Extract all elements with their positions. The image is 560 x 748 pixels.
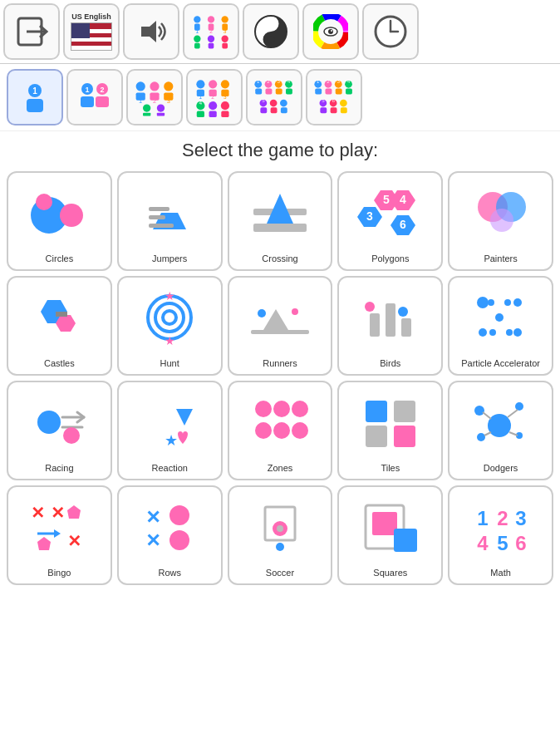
svg-text:2: 2 [153,97,156,105]
svg-point-157 [489,329,496,336]
svg-rect-97 [346,89,352,95]
flag-icon [71,22,112,51]
game-squares[interactable]: Squares [337,485,443,585]
svg-rect-13 [194,43,200,49]
svg-marker-189 [54,529,61,538]
player-count-3[interactable]: 1 2 3 [126,69,183,125]
game-reaction[interactable]: ★ Reaction [117,381,223,480]
svg-rect-80 [260,107,267,113]
clock-button[interactable] [362,3,419,60]
game-particle-accelerator[interactable]: Particle Accelerator [448,276,553,376]
svg-rect-68 [209,111,217,117]
svg-point-136 [155,303,184,332]
svg-rect-74 [266,89,273,95]
svg-marker-2 [141,21,156,42]
svg-text:1: 1 [85,86,89,94]
game-tiles[interactable]: Tiles [337,381,443,480]
svg-point-151 [495,313,504,322]
player-count-1[interactable]: 1 [7,69,63,125]
svg-point-177 [474,406,484,416]
colorwheel-button[interactable] [302,3,359,60]
svg-text:2: 2 [100,86,104,94]
svg-rect-84 [281,107,287,113]
player-count-6[interactable]: 1 2 3 4 5 6 [306,69,362,125]
svg-text:5: 5 [322,97,325,103]
svg-rect-114 [149,207,169,211]
svg-text:★: ★ [165,432,178,449]
sound-button[interactable] [123,3,179,60]
svg-text:1: 1 [195,28,199,34]
svg-text:5: 5 [383,193,390,206]
game-bingo[interactable]: ✕ ✕ ✕ Bingo [7,485,112,585]
svg-marker-187 [67,505,81,519]
svg-rect-201 [372,512,397,535]
svg-rect-146 [401,318,411,337]
game-runners[interactable]: Runners [228,276,333,376]
svg-text:2: 2 [327,78,330,84]
game-hunt[interactable]: ★ ★ Hunt [117,276,223,376]
svg-point-20 [268,36,275,43]
player-count-5[interactable]: 1 2 3 4 5 [246,69,302,125]
svg-rect-76 [276,89,282,95]
game-circles[interactable]: Circles [7,171,112,271]
svg-text:✕: ✕ [31,504,45,522]
svg-text:2: 2 [209,28,213,34]
svg-point-42 [136,81,145,91]
svg-rect-82 [271,107,278,113]
svg-point-48 [164,81,173,91]
svg-point-179 [477,433,485,441]
svg-rect-65 [197,111,204,117]
svg-point-170 [273,422,290,439]
yinyang-button[interactable] [243,3,299,60]
svg-text:1: 1 [32,86,37,96]
game-rows-label: Rows [156,568,183,578]
svg-text:4: 4 [287,78,291,84]
game-racing[interactable]: Racing [7,381,112,480]
exit-button[interactable] [3,3,60,60]
svg-text:★: ★ [165,289,175,303]
player-count-4[interactable]: 1 2 3 4 [186,69,243,125]
game-rows[interactable]: ✕ ✕ Rows [117,485,223,585]
svg-point-83 [280,100,287,107]
game-zones-label: Zones [266,463,295,474]
game-zones[interactable]: Zones [228,381,333,480]
game-reaction-label: Reaction [150,463,189,474]
game-painters[interactable]: Painters [448,171,553,271]
game-bingo-label: Bingo [46,568,72,578]
svg-point-155 [504,299,511,306]
svg-rect-93 [326,89,332,95]
svg-point-142 [258,309,266,317]
svg-text:✕: ✕ [145,507,160,528]
game-dodgers[interactable]: Dodgers [448,381,553,480]
svg-rect-173 [394,401,415,422]
svg-point-178 [515,402,523,411]
player-count-2[interactable]: 1 2 [66,69,123,125]
game-math[interactable]: 1 2 3 4 5 6 Math [448,485,553,585]
svg-point-51 [143,104,150,111]
svg-rect-172 [366,401,387,422]
svg-rect-15 [209,43,214,49]
game-castles[interactable]: Castles [7,276,112,376]
svg-marker-141 [263,309,288,330]
people-group-button[interactable]: 1 2 3 [183,3,239,60]
game-jumpers[interactable]: Jumpers [117,171,223,271]
svg-rect-101 [331,107,337,113]
svg-point-29 [331,30,332,32]
svg-text:3: 3 [337,78,341,84]
game-polygons[interactable]: 5 3 4 6 Polygons [337,171,443,271]
game-soccer[interactable]: Soccer [228,485,333,585]
game-crossing[interactable]: Crossing [228,171,333,271]
language-button[interactable]: US English [63,3,120,60]
svg-marker-164 [176,409,193,426]
toolbar: US English 1 2 3 [0,0,560,64]
svg-point-19 [268,20,275,27]
svg-rect-103 [341,107,347,113]
game-particle-label: Particle Accelerator [459,358,542,369]
svg-point-102 [340,100,347,107]
svg-point-194 [169,505,189,525]
svg-rect-72 [255,89,262,95]
game-birds[interactable]: Birds [337,276,443,376]
svg-point-58 [209,80,217,88]
svg-rect-78 [286,89,292,95]
svg-point-152 [479,328,487,337]
